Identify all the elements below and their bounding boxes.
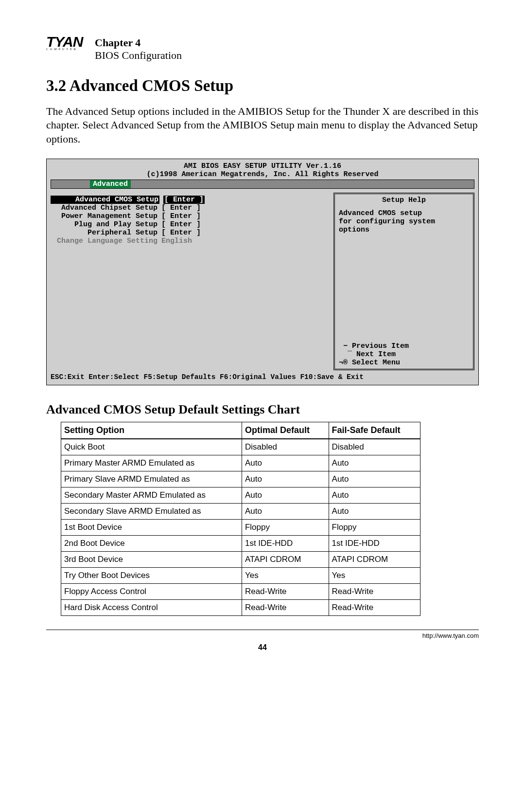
bios-menu-value: [ Enter ] xyxy=(163,196,205,204)
table-cell: 3rd Boot Device xyxy=(61,551,242,567)
table-cell: Read-Write xyxy=(242,583,329,599)
bios-help-line: options xyxy=(339,226,469,234)
bios-menu-label: Change Language Setting xyxy=(51,237,158,245)
section-title: 3.2 Advanced CMOS Setup xyxy=(46,77,479,95)
page-number: 44 xyxy=(46,643,479,652)
table-cell: Auto xyxy=(242,503,329,519)
table-row: Primary Master ARMD Emulated asAutoAuto xyxy=(61,455,420,471)
table-cell: Hard Disk Access Control xyxy=(61,599,242,615)
bios-help-nav-line: ¬® Select Menu xyxy=(339,359,469,367)
table-cell: Auto xyxy=(329,487,420,503)
bios-menu-label: Advanced CMOS Setup xyxy=(51,196,159,204)
table-cell: Primary Slave ARMD Emulated as xyxy=(61,471,242,487)
bios-menu-item[interactable]: Peripheral Setup[ Enter ] xyxy=(51,229,329,237)
bios-menu-label: Advanced Chipset Setup xyxy=(51,204,158,212)
table-cell: Auto xyxy=(242,455,329,471)
settings-table: Setting OptionOptimal DefaultFail-Safe D… xyxy=(61,422,420,616)
table-cell: Read-Write xyxy=(242,599,329,615)
table-row: Hard Disk Access ControlRead-WriteRead-W… xyxy=(61,599,420,615)
table-header-cell: Fail-Safe Default xyxy=(329,422,420,439)
table-row: 1st Boot DeviceFloppyFloppy xyxy=(61,519,420,535)
bios-footer-keys: ESC:Exit Enter:Select F5:Setup Defaults … xyxy=(51,373,474,381)
bios-help-nav-line: ¯ Next Item xyxy=(339,350,469,359)
table-title: Advanced CMOS Setup Default Settings Cha… xyxy=(46,402,479,417)
table-cell: Read-Write xyxy=(329,583,420,599)
chapter-block: Chapter 4 BIOS Configuration xyxy=(95,36,182,62)
chapter-subtitle: BIOS Configuration xyxy=(95,49,182,62)
table-cell: Secondary Master ARMD Emulated as xyxy=(61,487,242,503)
page-header: TYAN COMPUTER Chapter 4 BIOS Configurati… xyxy=(46,36,479,62)
bios-menu-value: English xyxy=(161,237,192,245)
table-cell: Yes xyxy=(329,567,420,583)
bios-menu-label: Power Management Setup xyxy=(51,212,158,220)
table-cell: Quick Boot xyxy=(61,439,242,455)
bios-menu-value: [ Enter ] xyxy=(161,212,201,220)
table-cell: Disabled xyxy=(329,439,420,455)
table-row: Primary Slave ARMD Emulated asAutoAuto xyxy=(61,471,420,487)
bios-menu-value: [ Enter ] xyxy=(161,229,201,237)
table-cell: Read-Write xyxy=(329,599,420,615)
table-row: 2nd Boot Device1st IDE-HDD1st IDE-HDD xyxy=(61,535,420,551)
bios-title-line2: (c)1998 American Megatrends, Inc. All Ri… xyxy=(51,170,474,179)
table-header-cell: Setting Option xyxy=(61,422,242,439)
table-cell: Primary Master ARMD Emulated as xyxy=(61,455,242,471)
table-cell: Floppy xyxy=(242,519,329,535)
table-cell: Floppy xyxy=(329,519,420,535)
bios-menu-label: Plug and Play Setup xyxy=(51,220,158,229)
table-row: Secondary Master ARMD Emulated asAutoAut… xyxy=(61,487,420,503)
bios-menu-item[interactable]: Advanced CMOS Setup[ Enter ] xyxy=(51,196,329,204)
footer-url: http://www.tyan.com xyxy=(46,632,479,639)
table-row: Secondary Slave ARMD Emulated asAutoAuto xyxy=(61,503,420,519)
table-cell: Auto xyxy=(242,487,329,503)
table-cell: Auto xyxy=(329,471,420,487)
table-cell: Yes xyxy=(242,567,329,583)
table-cell: Floppy Access Control xyxy=(61,583,242,599)
table-header-cell: Optimal Default xyxy=(242,422,329,439)
table-cell: Secondary Slave ARMD Emulated as xyxy=(61,503,242,519)
tyan-logo: TYAN COMPUTER xyxy=(46,36,90,51)
bios-menu-value: [ Enter ] xyxy=(161,220,201,229)
bios-screen: AMI BIOS EASY SETUP UTILITY Ver.1.16 (c)… xyxy=(46,159,479,385)
bios-help-nav-line: − Previous Item xyxy=(339,342,469,350)
bios-menu-label: Peripheral Setup xyxy=(51,229,158,237)
table-cell: 1st IDE-HDD xyxy=(329,535,420,551)
bios-help-panel: Setup Help Advanced CMOS setupfor config… xyxy=(333,193,474,370)
logo-subtext: COMPUTER xyxy=(46,48,90,51)
table-cell: Auto xyxy=(329,455,420,471)
logo-text: TYAN xyxy=(46,36,90,47)
table-row: Try Other Boot DevicesYesYes xyxy=(61,567,420,583)
footer-rule xyxy=(46,630,479,630)
table-row: Floppy Access ControlRead-WriteRead-Writ… xyxy=(61,583,420,599)
table-cell: Disabled xyxy=(242,439,329,455)
table-cell: Try Other Boot Devices xyxy=(61,567,242,583)
bios-help-nav: − Previous Item ¯ Next Item¬® Select Men… xyxy=(339,342,469,367)
bios-menu-value: [ Enter ] xyxy=(161,204,201,212)
bios-menu-item[interactable]: Power Management Setup[ Enter ] xyxy=(51,212,329,220)
table-cell: ATAPI CDROM xyxy=(242,551,329,567)
bios-help-line: for configuring system xyxy=(339,217,469,226)
table-row: 3rd Boot DeviceATAPI CDROMATAPI CDROM xyxy=(61,551,420,567)
table-cell: 1st Boot Device xyxy=(61,519,242,535)
bios-tab-advanced[interactable]: Advanced xyxy=(90,180,131,188)
bios-help-title: Setup Help xyxy=(339,196,469,204)
table-cell: 1st IDE-HDD xyxy=(242,535,329,551)
table-cell: 2nd Boot Device xyxy=(61,535,242,551)
table-cell: Auto xyxy=(242,471,329,487)
bios-menu-list: Advanced CMOS Setup[ Enter ]Advanced Chi… xyxy=(51,193,329,370)
table-row: Quick BootDisabledDisabled xyxy=(61,439,420,455)
bios-menu-item[interactable]: Change Language SettingEnglish xyxy=(51,237,329,245)
table-cell: ATAPI CDROM xyxy=(329,551,420,567)
table-cell: Auto xyxy=(329,503,420,519)
bios-menu-item[interactable]: Plug and Play Setup[ Enter ] xyxy=(51,220,329,229)
bios-tab-bar: Advanced xyxy=(51,180,474,189)
bios-help-line: Advanced CMOS setup xyxy=(339,209,469,217)
intro-paragraph: The Advanced Setup options included in t… xyxy=(46,105,479,146)
chapter-title: Chapter 4 xyxy=(95,36,182,49)
bios-menu-item[interactable]: Advanced Chipset Setup[ Enter ] xyxy=(51,204,329,212)
bios-title-line1: AMI BIOS EASY SETUP UTILITY Ver.1.16 xyxy=(51,162,474,170)
